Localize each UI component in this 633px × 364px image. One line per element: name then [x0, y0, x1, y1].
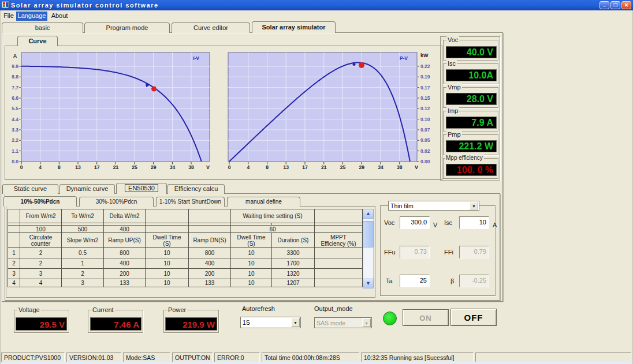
svg-text:17: 17 [94, 164, 100, 170]
svg-text:4.4: 4.4 [12, 117, 18, 122]
svg-text:38: 38 [188, 164, 194, 170]
svg-text:0.00: 0.00 [420, 159, 430, 164]
svg-text:34: 34 [378, 164, 383, 170]
svg-text:0.10: 0.10 [420, 117, 430, 122]
svg-text:21: 21 [321, 164, 327, 170]
svg-text:9.9: 9.9 [12, 63, 18, 69]
svg-text:29: 29 [359, 164, 364, 170]
svg-text:V: V [206, 164, 210, 170]
svg-text:29: 29 [151, 164, 157, 170]
svg-text:21: 21 [113, 164, 119, 170]
svg-text:34: 34 [170, 164, 176, 170]
svg-text:P-V: P-V [400, 55, 408, 61]
svg-text:2.2: 2.2 [12, 137, 18, 143]
svg-text:6.6: 6.6 [12, 95, 18, 101]
svg-text:0.02: 0.02 [420, 148, 430, 154]
svg-text:I-V: I-V [193, 55, 199, 61]
svg-text:0.22: 0.22 [420, 63, 430, 69]
svg-text:5.5: 5.5 [12, 106, 18, 111]
svg-text:25: 25 [132, 164, 137, 170]
svg-text:0.17: 0.17 [420, 85, 430, 91]
svg-text:13: 13 [75, 164, 81, 170]
svg-text:0.15: 0.15 [420, 95, 430, 101]
svg-text:8: 8 [58, 164, 61, 170]
svg-text:0.0: 0.0 [12, 159, 18, 164]
svg-text:8: 8 [266, 164, 269, 170]
svg-text:17: 17 [302, 164, 308, 170]
svg-text:38: 38 [397, 164, 403, 170]
svg-text:0: 0 [20, 164, 23, 170]
svg-text:0.12: 0.12 [420, 106, 430, 111]
svg-text:V: V [415, 164, 418, 170]
svg-text:25: 25 [340, 164, 346, 170]
svg-text:0.05: 0.05 [420, 137, 430, 143]
svg-text:kW: kW [420, 52, 429, 58]
svg-text:4: 4 [39, 164, 42, 170]
svg-text:A: A [13, 53, 17, 59]
svg-text:0: 0 [228, 164, 231, 170]
svg-text:8.8: 8.8 [12, 74, 18, 80]
svg-text:7.7: 7.7 [12, 85, 18, 91]
svg-text:0.07: 0.07 [420, 127, 430, 133]
svg-text:1.1: 1.1 [12, 148, 18, 154]
svg-text:13: 13 [283, 164, 289, 170]
svg-text:3.3: 3.3 [12, 127, 18, 133]
svg-text:0.19: 0.19 [420, 74, 430, 80]
svg-text:4: 4 [247, 164, 250, 170]
